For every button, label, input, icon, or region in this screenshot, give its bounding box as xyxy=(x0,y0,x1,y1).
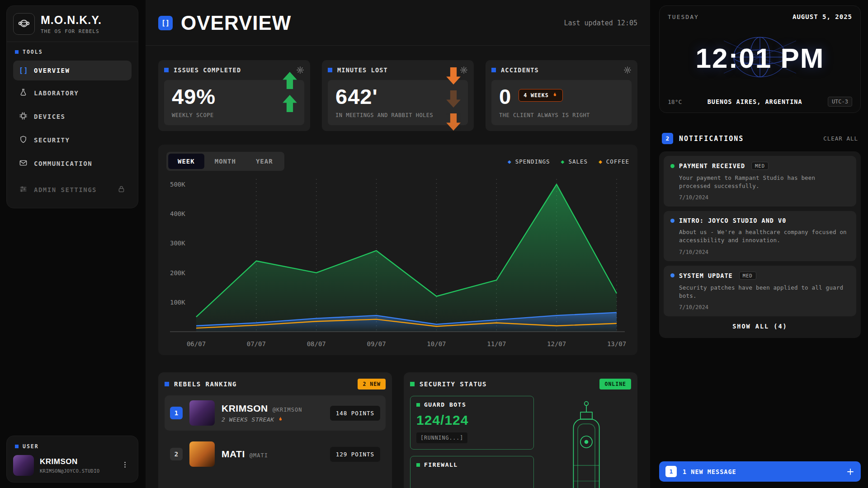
blue-square-icon xyxy=(328,68,332,72)
streak-text: 2 WEEKS STREAK xyxy=(222,416,274,423)
show-all-button[interactable]: SHOW ALL (4) xyxy=(664,316,856,333)
svg-text:13/07: 13/07 xyxy=(607,340,626,347)
sidebar-item-label: DEVICES xyxy=(34,113,66,120)
sidebar-item-overview[interactable]: [] OVERVIEW xyxy=(13,61,132,80)
stat-caption: WEEKLY SCOPE xyxy=(172,112,297,118)
kebab-menu-icon[interactable] xyxy=(118,459,132,472)
user-email: KRIMSON@JOYCO.STUDIO xyxy=(40,468,99,474)
sliders-icon xyxy=(19,185,28,195)
rank-number: 2 xyxy=(170,448,183,460)
stat-caption: IN MEETINGS AND RABBIT HOLES xyxy=(335,112,460,118)
temperature: 18°C xyxy=(668,99,682,105)
tab-year[interactable]: YEAR xyxy=(246,154,283,169)
new-message-bar[interactable]: 1 1 NEW MESSAGE xyxy=(659,461,861,482)
sidebar-item-laboratory[interactable]: LABORATORY xyxy=(13,82,132,104)
tab-month[interactable]: MONTH xyxy=(205,154,245,169)
streak-weeks-badge: 4 WEEKS xyxy=(519,89,562,102)
card-title: REBELS RANKING xyxy=(174,380,237,388)
chart-svg: 500K400K300K200K100K06/0707/0708/0709/07… xyxy=(166,176,629,352)
shield-icon xyxy=(19,135,28,145)
rebels-ranking-card: REBELS RANKING 2 NEW 1 KRIMSON @KRIMSON … xyxy=(158,372,392,488)
legend-item-sales[interactable]: ◆ SALES xyxy=(561,158,588,165)
gear-icon[interactable] xyxy=(623,66,632,74)
svg-text:09/07: 09/07 xyxy=(367,340,386,347)
diamond-icon: ◆ xyxy=(561,159,565,164)
sidebar-item-communication[interactable]: COMMUNICATION xyxy=(13,153,132,174)
notification-date: 7/10/2024 xyxy=(679,304,849,310)
legend-item-coffee[interactable]: ◆ COFFEE xyxy=(599,158,629,165)
right-sidebar: TUESDAY AUGUST 5, 2025 12:01 PM 18°C BUE… xyxy=(657,0,868,488)
fire-icon xyxy=(278,416,283,423)
svg-text:100K: 100K xyxy=(170,299,185,306)
ranking-row-2[interactable]: 2 MATI @MATI 129 POINTS xyxy=(165,436,386,472)
notification-dot xyxy=(670,219,675,223)
plus-icon[interactable] xyxy=(846,468,854,476)
sidebar-item-devices[interactable]: DEVICES xyxy=(13,106,132,127)
svg-text:300K: 300K xyxy=(170,239,185,247)
avatar xyxy=(189,400,215,426)
stat-value: 49% xyxy=(172,86,297,107)
green-square-icon xyxy=(416,463,420,467)
notifications-count-badge: 2 xyxy=(662,133,673,144)
notification-body: About us - We're a healthcare company fo… xyxy=(679,228,849,244)
stat-value-panel: 0 4 WEEKS THE CLIENT ALWAYS IS RIGHT xyxy=(491,80,632,125)
svg-text:07/07: 07/07 xyxy=(247,340,266,347)
notification-body: Security patches have been applied to al… xyxy=(679,284,849,300)
tools-section-label: TOOLS xyxy=(15,49,130,55)
notification-title: SYSTEM UPDATE xyxy=(679,272,733,279)
svg-text:12/07: 12/07 xyxy=(547,340,566,347)
svg-text:400K: 400K xyxy=(170,210,185,217)
clear-all-button[interactable]: CLEAR ALL xyxy=(823,135,858,142)
blue-square-icon xyxy=(491,68,496,72)
stat-title: ACCIDENTS xyxy=(501,66,539,74)
notification-date: 7/10/2024 xyxy=(679,249,849,255)
left-sidebar: M.O.N.K.Y. THE OS FOR REBELS TOOLS [] OV… xyxy=(0,0,138,488)
tab-week[interactable]: WEEK xyxy=(168,154,204,169)
notification-system-update[interactable]: SYSTEM UPDATE MED Security patches have … xyxy=(664,266,856,316)
ranking-row-1[interactable]: 1 KRIMSON @KRIMSON 2 WEEKS STREAK 148 PO… xyxy=(165,395,386,431)
firewall-box: FIREWALL xyxy=(410,456,534,488)
user-section-label: USER xyxy=(15,443,130,450)
trend-up-icon xyxy=(281,71,298,113)
notification-intro[interactable]: INTRO: JOYCO STUDIO AND V0 About us - We… xyxy=(664,211,856,261)
notifications-title: NOTIFICATIONS xyxy=(679,135,744,143)
notification-dot xyxy=(670,164,675,168)
security-status-card: SECURITY STATUS ONLINE GUARD BOTS 124/12… xyxy=(404,372,637,488)
avatar xyxy=(189,441,215,467)
notifications-header: 2 NOTIFICATIONS CLEAR ALL xyxy=(662,133,858,144)
blue-square-icon xyxy=(165,382,169,386)
sidebar-item-admin-settings[interactable]: ADMIN SETTINGS xyxy=(13,179,132,201)
svg-text:200K: 200K xyxy=(170,269,185,277)
card-title: SECURITY STATUS xyxy=(420,380,487,388)
overview-brackets-icon: [] xyxy=(158,16,173,30)
notification-date: 7/10/2024 xyxy=(679,194,849,201)
rank-name: MATI xyxy=(222,449,245,460)
user-panel: USER KRIMSON KRIMSON@JOYCO.STUDIO xyxy=(6,436,138,483)
chart-legend: ◆ SPENDINGS ◆ SALES ◆ COFFEE xyxy=(508,158,629,165)
utc-offset-badge: UTC-3 xyxy=(828,97,852,107)
stat-title: ISSUES COMPLETED xyxy=(174,66,241,74)
logo-row: M.O.N.K.Y. THE OS FOR REBELS xyxy=(13,13,132,35)
priority-badge: MED xyxy=(751,162,769,170)
chart-panel: WEEK MONTH YEAR ◆ SPENDINGS ◆ SALES ◆ CO… xyxy=(158,145,637,355)
sidebar-item-security[interactable]: SECURITY xyxy=(13,129,132,151)
nav-panel: M.O.N.K.Y. THE OS FOR REBELS TOOLS [] OV… xyxy=(6,5,138,208)
trend-down-icon xyxy=(445,66,462,131)
svg-text:06/07: 06/07 xyxy=(187,340,206,347)
stat-value: 642' xyxy=(335,86,460,107)
main-content: [] OVERVIEW Last updated 12:05 ISSUES CO… xyxy=(146,0,650,488)
notification-title: INTRO: JOYCO STUDIO AND V0 xyxy=(679,217,786,224)
guard-bots-status: [RUNNING...] xyxy=(416,432,467,443)
rank-handle: @MATI xyxy=(250,452,268,459)
online-badge: ONLINE xyxy=(599,379,631,389)
lock-icon xyxy=(117,185,126,195)
stat-card-accidents: ACCIDENTS 0 4 WEEKS THE CLIENT ALWAYS IS… xyxy=(486,60,637,131)
message-count-badge: 1 xyxy=(665,466,677,477)
svg-text:10/07: 10/07 xyxy=(427,340,446,347)
weekday: TUESDAY xyxy=(668,14,699,20)
chart-range-tabs: WEEK MONTH YEAR xyxy=(166,152,284,171)
guard-bots-box: GUARD BOTS 124/124 [RUNNING...] xyxy=(410,396,534,450)
location: BUENOS AIRES, ARGENTINA xyxy=(682,98,828,105)
legend-item-spendings[interactable]: ◆ SPENDINGS xyxy=(508,158,550,165)
notification-payment-received[interactable]: PAYMENT RECEIVED MED Your payment to Ram… xyxy=(664,156,856,206)
